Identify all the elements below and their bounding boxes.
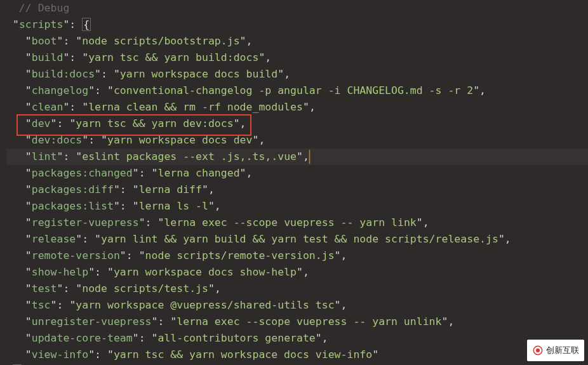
code-line: "packages:list": "lerna ls -l", bbox=[6, 198, 588, 215]
code-line: "dev:docs": "yarn workspace docs dev", bbox=[6, 132, 588, 149]
code-line: "packages:diff": "lerna diff", bbox=[6, 182, 588, 198]
code-line: "build": "yarn tsc && yarn build:docs", bbox=[6, 50, 588, 66]
code-line: "changelog": "conventional-changelog -p … bbox=[6, 83, 588, 99]
watermark-text: 创新互联 bbox=[546, 342, 579, 359]
code-line: "boot": "node scripts/bootstrap.js", bbox=[6, 33, 588, 50]
text-cursor bbox=[309, 150, 310, 164]
code-line: "lint": "eslint packages --ext .js,.ts,.… bbox=[6, 149, 588, 165]
code-line: "update-core-team": "all-contributors ge… bbox=[6, 330, 588, 347]
code-line: "show-help": "yarn workspace docs show-h… bbox=[6, 264, 588, 281]
code-editor-view: // Debug "scripts": { "boot": "node scri… bbox=[0, 0, 588, 365]
code-line: "packages:changed": "lerna changed", bbox=[6, 165, 588, 182]
code-line: "unregister-vuepress": "lerna exec --sco… bbox=[6, 314, 588, 330]
code-line: "dev": "yarn tsc && yarn dev:docs", bbox=[6, 116, 588, 132]
code-line: "remote-version": "node scripts/remote-v… bbox=[6, 248, 588, 264]
code-line: "view-info": "yarn tsc && yarn workspace… bbox=[6, 347, 588, 363]
svg-point-1 bbox=[536, 348, 540, 352]
code-line: "build:docs": "yarn workspace docs build… bbox=[6, 66, 588, 83]
code-line: "register-vuepress": "lerna exec --scope… bbox=[6, 215, 588, 231]
code-line: "scripts": { bbox=[6, 17, 588, 33]
watermark-badge: 创新互联 bbox=[527, 340, 584, 361]
code-line: "test": "node scripts/test.js", bbox=[6, 281, 588, 297]
code-line: "clean": "lerna clean && rm -rf node_mod… bbox=[6, 99, 588, 116]
logo-icon bbox=[532, 345, 544, 356]
code-line: "tsc": "yarn workspace @vuepress/shared-… bbox=[6, 297, 588, 314]
code-line: // Debug bbox=[6, 0, 588, 17]
code-line: "release": "yarn lint && yarn build && y… bbox=[6, 231, 588, 248]
